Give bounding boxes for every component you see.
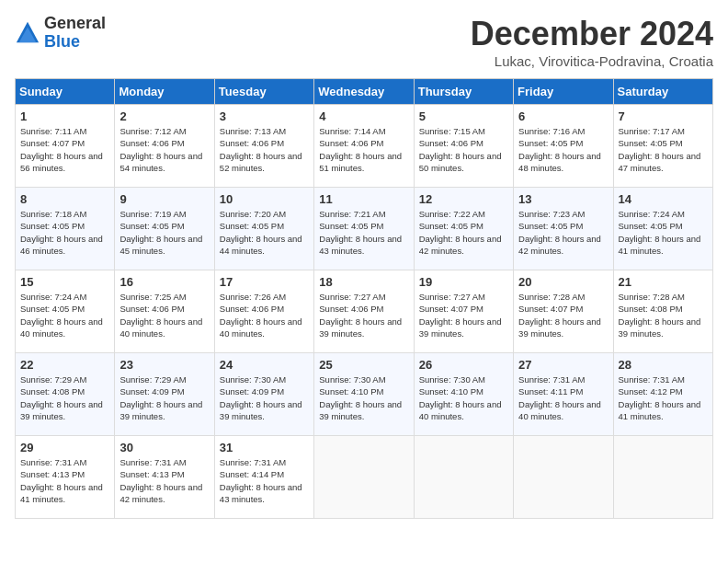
day-info: Sunrise: 7:16 AMSunset: 4:05 PMDaylight:… xyxy=(518,125,608,174)
day-number: 13 xyxy=(518,192,608,206)
day-info: Sunrise: 7:29 AMSunset: 4:08 PMDaylight:… xyxy=(20,373,109,422)
day-info: Sunrise: 7:31 AMSunset: 4:13 PMDaylight:… xyxy=(119,456,209,505)
day-cell xyxy=(613,436,712,519)
logo-blue: Blue xyxy=(44,33,106,52)
day-info: Sunrise: 7:27 AMSunset: 4:07 PMDaylight:… xyxy=(419,291,508,339)
day-number: 6 xyxy=(518,109,608,123)
day-cell: 20Sunrise: 7:28 AMSunset: 4:07 PMDayligh… xyxy=(514,270,613,353)
day-info: Sunrise: 7:21 AMSunset: 4:05 PMDaylight:… xyxy=(319,208,408,257)
weekday-header-wednesday: Wednesday xyxy=(314,79,414,105)
day-cell xyxy=(514,436,613,519)
day-cell: 30Sunrise: 7:31 AMSunset: 4:13 PMDayligh… xyxy=(115,436,214,519)
logo: General Blue xyxy=(15,15,106,52)
day-number: 17 xyxy=(220,275,309,289)
day-number: 20 xyxy=(518,275,608,289)
calendar-table: SundayMondayTuesdayWednesdayThursdayFrid… xyxy=(15,78,713,519)
day-info: Sunrise: 7:14 AMSunset: 4:06 PMDaylight:… xyxy=(319,125,408,174)
logo-text: General Blue xyxy=(44,15,106,52)
logo-icon xyxy=(15,20,40,46)
day-number: 30 xyxy=(119,441,209,454)
day-info: Sunrise: 7:31 AMSunset: 4:11 PMDaylight:… xyxy=(518,373,608,422)
day-info: Sunrise: 7:17 AMSunset: 4:05 PMDaylight:… xyxy=(619,125,708,174)
day-cell: 26Sunrise: 7:30 AMSunset: 4:10 PMDayligh… xyxy=(414,353,513,436)
week-row-5: 29Sunrise: 7:31 AMSunset: 4:13 PMDayligh… xyxy=(16,436,713,519)
day-info: Sunrise: 7:20 AMSunset: 4:05 PMDaylight:… xyxy=(220,208,309,257)
day-cell: 12Sunrise: 7:22 AMSunset: 4:05 PMDayligh… xyxy=(414,188,513,270)
day-cell: 17Sunrise: 7:26 AMSunset: 4:06 PMDayligh… xyxy=(214,270,313,353)
day-cell: 23Sunrise: 7:29 AMSunset: 4:09 PMDayligh… xyxy=(115,353,214,436)
day-info: Sunrise: 7:24 AMSunset: 4:05 PMDaylight:… xyxy=(20,291,109,339)
day-info: Sunrise: 7:13 AMSunset: 4:06 PMDaylight:… xyxy=(220,125,309,174)
day-number: 24 xyxy=(220,358,309,372)
day-info: Sunrise: 7:11 AMSunset: 4:07 PMDaylight:… xyxy=(20,125,109,174)
day-number: 18 xyxy=(319,275,408,289)
weekday-header-tuesday: Tuesday xyxy=(214,79,313,105)
day-cell: 29Sunrise: 7:31 AMSunset: 4:13 PMDayligh… xyxy=(16,436,115,519)
day-info: Sunrise: 7:29 AMSunset: 4:09 PMDaylight:… xyxy=(119,373,209,422)
day-number: 25 xyxy=(319,358,408,372)
weekday-header-monday: Monday xyxy=(115,79,214,105)
day-info: Sunrise: 7:31 AMSunset: 4:13 PMDaylight:… xyxy=(20,456,109,505)
day-cell: 4Sunrise: 7:14 AMSunset: 4:06 PMDaylight… xyxy=(314,105,414,188)
day-number: 31 xyxy=(220,441,309,454)
week-row-1: 1Sunrise: 7:11 AMSunset: 4:07 PMDaylight… xyxy=(16,105,713,188)
day-cell: 1Sunrise: 7:11 AMSunset: 4:07 PMDaylight… xyxy=(16,105,115,188)
day-cell: 5Sunrise: 7:15 AMSunset: 4:06 PMDaylight… xyxy=(414,105,513,188)
day-number: 14 xyxy=(619,192,708,206)
day-cell xyxy=(414,436,513,519)
day-cell: 28Sunrise: 7:31 AMSunset: 4:12 PMDayligh… xyxy=(613,353,712,436)
day-info: Sunrise: 7:23 AMSunset: 4:05 PMDaylight:… xyxy=(518,208,608,257)
day-cell: 31Sunrise: 7:31 AMSunset: 4:14 PMDayligh… xyxy=(214,436,313,519)
day-cell: 6Sunrise: 7:16 AMSunset: 4:05 PMDaylight… xyxy=(514,105,613,188)
day-cell: 10Sunrise: 7:20 AMSunset: 4:05 PMDayligh… xyxy=(214,188,313,270)
day-info: Sunrise: 7:27 AMSunset: 4:06 PMDaylight:… xyxy=(319,291,408,339)
day-number: 3 xyxy=(220,109,309,123)
day-cell: 14Sunrise: 7:24 AMSunset: 4:05 PMDayligh… xyxy=(613,188,712,270)
day-number: 5 xyxy=(419,109,508,123)
weekday-header-sunday: Sunday xyxy=(16,79,115,105)
day-number: 26 xyxy=(419,358,508,372)
day-info: Sunrise: 7:22 AMSunset: 4:05 PMDaylight:… xyxy=(419,208,508,257)
day-info: Sunrise: 7:28 AMSunset: 4:07 PMDaylight:… xyxy=(518,291,608,339)
day-cell: 11Sunrise: 7:21 AMSunset: 4:05 PMDayligh… xyxy=(314,188,414,270)
day-cell: 25Sunrise: 7:30 AMSunset: 4:10 PMDayligh… xyxy=(314,353,414,436)
day-number: 22 xyxy=(20,358,109,372)
day-number: 11 xyxy=(319,192,408,206)
day-cell: 3Sunrise: 7:13 AMSunset: 4:06 PMDaylight… xyxy=(214,105,313,188)
day-info: Sunrise: 7:30 AMSunset: 4:10 PMDaylight:… xyxy=(419,373,508,422)
weekday-header-row: SundayMondayTuesdayWednesdayThursdayFrid… xyxy=(16,79,713,105)
day-cell: 7Sunrise: 7:17 AMSunset: 4:05 PMDaylight… xyxy=(613,105,712,188)
day-cell: 18Sunrise: 7:27 AMSunset: 4:06 PMDayligh… xyxy=(314,270,414,353)
weekday-header-thursday: Thursday xyxy=(414,79,513,105)
day-info: Sunrise: 7:30 AMSunset: 4:09 PMDaylight:… xyxy=(220,373,309,422)
day-info: Sunrise: 7:31 AMSunset: 4:14 PMDaylight:… xyxy=(220,456,309,505)
day-number: 9 xyxy=(119,192,209,206)
weekday-header-saturday: Saturday xyxy=(613,79,712,105)
header: General Blue December 2024 Lukac, Virovi… xyxy=(15,15,713,69)
day-cell: 15Sunrise: 7:24 AMSunset: 4:05 PMDayligh… xyxy=(16,270,115,353)
day-number: 27 xyxy=(518,358,608,372)
month-title: December 2024 xyxy=(471,15,713,53)
day-number: 2 xyxy=(119,109,209,123)
day-number: 1 xyxy=(20,109,109,123)
day-number: 10 xyxy=(220,192,309,206)
day-number: 4 xyxy=(319,109,408,123)
day-info: Sunrise: 7:15 AMSunset: 4:06 PMDaylight:… xyxy=(419,125,508,174)
day-info: Sunrise: 7:28 AMSunset: 4:08 PMDaylight:… xyxy=(619,291,708,339)
week-row-3: 15Sunrise: 7:24 AMSunset: 4:05 PMDayligh… xyxy=(16,270,713,353)
day-cell: 19Sunrise: 7:27 AMSunset: 4:07 PMDayligh… xyxy=(414,270,513,353)
day-cell xyxy=(314,436,414,519)
day-cell: 22Sunrise: 7:29 AMSunset: 4:08 PMDayligh… xyxy=(16,353,115,436)
day-info: Sunrise: 7:26 AMSunset: 4:06 PMDaylight:… xyxy=(220,291,309,339)
day-cell: 16Sunrise: 7:25 AMSunset: 4:06 PMDayligh… xyxy=(115,270,214,353)
day-number: 23 xyxy=(119,358,209,372)
day-cell: 24Sunrise: 7:30 AMSunset: 4:09 PMDayligh… xyxy=(214,353,313,436)
day-info: Sunrise: 7:24 AMSunset: 4:05 PMDaylight:… xyxy=(619,208,708,257)
week-row-2: 8Sunrise: 7:18 AMSunset: 4:05 PMDaylight… xyxy=(16,188,713,270)
day-info: Sunrise: 7:19 AMSunset: 4:05 PMDaylight:… xyxy=(119,208,209,257)
day-number: 15 xyxy=(20,275,109,289)
day-info: Sunrise: 7:12 AMSunset: 4:06 PMDaylight:… xyxy=(119,125,209,174)
day-number: 21 xyxy=(619,275,708,289)
day-number: 8 xyxy=(20,192,109,206)
day-cell: 21Sunrise: 7:28 AMSunset: 4:08 PMDayligh… xyxy=(613,270,712,353)
